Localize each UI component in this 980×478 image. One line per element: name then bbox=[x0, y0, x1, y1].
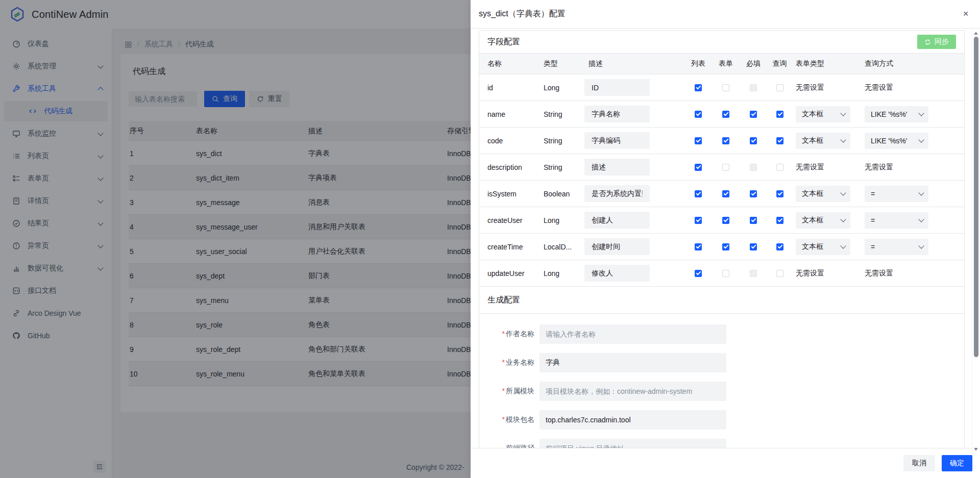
chevron-down-icon bbox=[840, 216, 846, 222]
query-checkbox[interactable] bbox=[776, 217, 783, 224]
field-desc-input[interactable] bbox=[584, 132, 650, 149]
generate-config-section-header: 生成配置 bbox=[479, 287, 964, 314]
query-type-select[interactable]: LIKE '%s%' bbox=[865, 106, 928, 122]
list-checkbox[interactable] bbox=[695, 111, 702, 118]
field-label: *模块包名 bbox=[487, 415, 534, 424]
module-name-input[interactable] bbox=[540, 382, 726, 401]
field-type: String bbox=[544, 110, 584, 118]
query-type-select[interactable]: 无需设置 bbox=[865, 80, 928, 96]
form-checkbox[interactable] bbox=[722, 217, 729, 224]
column-header: 描述 bbox=[584, 59, 684, 68]
field-desc-input[interactable] bbox=[584, 238, 650, 255]
scroll-down-icon[interactable] bbox=[974, 448, 978, 451]
query-type-select[interactable]: = bbox=[865, 186, 928, 202]
form-type-select[interactable]: 文本框 bbox=[796, 106, 850, 122]
field-type: String bbox=[544, 163, 584, 171]
field-desc-input[interactable] bbox=[584, 79, 650, 96]
field-type: Boolean bbox=[544, 190, 584, 198]
field-label: *作者名称 bbox=[487, 330, 534, 339]
field-desc-input[interactable] bbox=[584, 159, 650, 175]
cancel-button[interactable]: 取消 bbox=[903, 455, 935, 471]
list-checkbox[interactable] bbox=[695, 270, 702, 277]
form-type-select[interactable]: 无需设置 bbox=[796, 265, 850, 282]
form-row-module: *所属模块 bbox=[487, 382, 964, 401]
required-checkbox[interactable] bbox=[750, 164, 757, 171]
form-type-select[interactable]: 文本框 bbox=[796, 186, 850, 202]
section-title: 生成配置 bbox=[487, 295, 956, 306]
field-desc-input[interactable] bbox=[584, 212, 650, 229]
sync-button[interactable]: 同步 bbox=[917, 35, 956, 49]
query-checkbox[interactable] bbox=[776, 137, 783, 144]
config-drawer: sys_dict（字典表）配置 × 字段配置 同步 名称 类型 描述 bbox=[471, 0, 980, 478]
query-checkbox[interactable] bbox=[776, 84, 783, 91]
form-checkbox[interactable] bbox=[722, 84, 729, 91]
close-icon[interactable]: × bbox=[959, 6, 973, 20]
field-type: LocalD... bbox=[544, 243, 584, 251]
form-row-package: *模块包名 bbox=[487, 410, 964, 430]
query-type-select[interactable]: LIKE '%s%' bbox=[865, 133, 928, 149]
chevron-down-icon bbox=[918, 110, 924, 116]
query-checkbox[interactable] bbox=[776, 111, 783, 118]
screen: ContiNew Admin 仪表盘 系统管理 系统工具 bbox=[0, 0, 980, 478]
list-checkbox[interactable] bbox=[695, 243, 702, 250]
required-checkbox[interactable] bbox=[750, 270, 757, 277]
field-table-header: 名称 类型 描述 列表 表单 必填 查询 表单类型 查询方式 bbox=[479, 54, 964, 74]
form-type-value: 无需设置 bbox=[796, 269, 824, 278]
form-row-frontend-path: *前端路径 bbox=[487, 439, 964, 448]
list-checkbox[interactable] bbox=[695, 217, 702, 224]
list-checkbox[interactable] bbox=[695, 137, 702, 144]
section-title: 字段配置 bbox=[487, 37, 917, 47]
required-checkbox[interactable] bbox=[750, 111, 757, 118]
field-config-section-header: 字段配置 同步 bbox=[479, 31, 964, 54]
drawer-body: 字段配置 同步 名称 类型 描述 列表 表单 必填 查询 bbox=[471, 29, 972, 448]
form-checkbox[interactable] bbox=[722, 111, 729, 118]
confirm-button[interactable]: 确定 bbox=[942, 455, 972, 471]
form-type-select[interactable]: 文本框 bbox=[796, 212, 850, 229]
query-checkbox[interactable] bbox=[776, 270, 783, 277]
frontend-path-input[interactable] bbox=[540, 439, 726, 448]
required-checkbox[interactable] bbox=[750, 217, 757, 224]
query-type-select[interactable]: 无需设置 bbox=[865, 159, 928, 175]
field-desc-input[interactable] bbox=[584, 265, 650, 282]
author-name-input[interactable] bbox=[540, 324, 726, 344]
field-desc-input[interactable] bbox=[584, 185, 650, 202]
required-checkbox[interactable] bbox=[750, 243, 757, 250]
field-config-table: 名称 类型 描述 列表 表单 必填 查询 表单类型 查询方式 id Long bbox=[479, 54, 964, 287]
field-desc-input[interactable] bbox=[584, 106, 650, 122]
package-name-input[interactable] bbox=[540, 410, 726, 430]
field-row: name String 文本框 LIKE '%s%' bbox=[479, 101, 964, 128]
required-checkbox[interactable] bbox=[750, 137, 757, 144]
scroll-up-icon[interactable] bbox=[974, 32, 978, 35]
form-type-select[interactable]: 无需设置 bbox=[796, 159, 850, 175]
business-name-input[interactable] bbox=[540, 353, 726, 372]
list-checkbox[interactable] bbox=[695, 84, 702, 91]
field-type: Long bbox=[544, 216, 584, 224]
form-checkbox[interactable] bbox=[722, 164, 729, 171]
query-type-select[interactable]: = bbox=[865, 212, 928, 229]
chevron-down-icon bbox=[918, 190, 924, 195]
field-name: createTime bbox=[479, 243, 544, 251]
query-checkbox[interactable] bbox=[776, 243, 783, 250]
query-type-select[interactable]: = bbox=[865, 239, 928, 255]
field-label: *所属模块 bbox=[487, 387, 534, 396]
form-checkbox[interactable] bbox=[722, 137, 729, 144]
form-type-select[interactable]: 无需设置 bbox=[796, 80, 850, 96]
query-checkbox[interactable] bbox=[776, 164, 783, 171]
form-type-value: 文本框 bbox=[802, 136, 823, 145]
required-checkbox[interactable] bbox=[750, 84, 757, 91]
drawer-scrollbar[interactable] bbox=[972, 29, 980, 454]
required-checkbox[interactable] bbox=[750, 190, 757, 197]
list-checkbox[interactable] bbox=[695, 190, 702, 197]
field-type: String bbox=[544, 137, 584, 145]
scrollbar-thumb[interactable] bbox=[974, 37, 978, 357]
form-type-select[interactable]: 文本框 bbox=[796, 239, 850, 255]
query-type-select[interactable]: 无需设置 bbox=[865, 265, 928, 282]
form-checkbox[interactable] bbox=[722, 270, 729, 277]
chevron-down-icon bbox=[840, 110, 846, 116]
form-checkbox[interactable] bbox=[722, 190, 729, 197]
column-header: 必填 bbox=[740, 59, 767, 68]
form-type-select[interactable]: 文本框 bbox=[796, 133, 850, 149]
form-checkbox[interactable] bbox=[722, 243, 729, 250]
query-checkbox[interactable] bbox=[776, 190, 783, 197]
list-checkbox[interactable] bbox=[695, 164, 702, 171]
